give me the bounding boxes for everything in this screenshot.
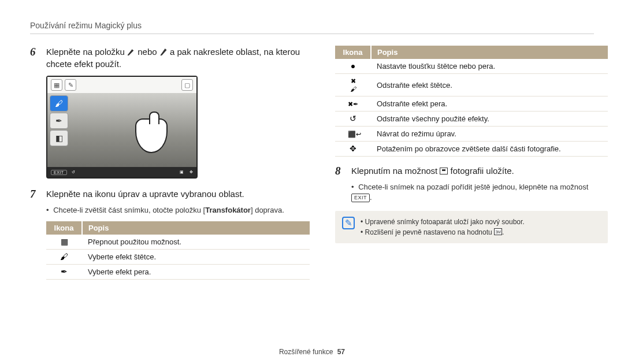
illustration-bottombar: EXIT ↺ ▣ ✥ [47,167,196,177]
table1-row0-text: Přepnout použitou možnost. [82,235,310,250]
illustration-topbar: ▦ ✎ ▢ [47,77,196,93]
screen-illustration: ▦ ✎ ▢ 🖌 ✒ ◧ EXIT ↺ ▣ ✥ [46,76,198,179]
table2-row3-text: Odstraňte všechny použité efekty. [371,112,608,127]
table-row: ✥ Potažením po obrazovce zvětšete další … [335,142,608,157]
table1-row2-text: Vyberte efekt pera. [82,265,310,280]
pan-icon: ✥ [348,144,358,153]
step-6-text-a: Klepněte na položku [46,47,125,57]
step-6: 6 Klepněte na položku nebo a pak nakresl… [30,46,310,70]
undo-all-icon: ↺ [348,114,358,122]
step-7-text: Klepněte na ikonu úprav a upravte vybran… [46,188,244,200]
move-icon: ✥ [190,170,193,174]
brush-icon [127,49,135,55]
brush-tool-icon: 🖌 [50,95,68,112]
remove-pen-icon: ✖✒ [348,100,358,108]
table2-row5-text: Potažením po obrazovce zvětšete další čá… [371,142,608,157]
preview-icon: ▢ [181,79,193,91]
table2-row1-text: Odstraňte efekt štětce. [371,74,608,96]
note-box: ✎ Upravené snímky fotoaparát uloží jako … [335,211,608,243]
thickness-icon: ● [348,62,358,70]
right-column: Ikona Popis ● Nastavte tloušťku štětce n… [335,46,608,280]
page-footer: Rozšířené funkce 57 [0,348,624,356]
icon-table-1: Ikona Popis ▦ Přepnout použitou možnost.… [46,221,310,280]
bullet8-text: Chcete-li snímek na pozadí pořídit ještě… [358,183,588,191]
header-divider [30,34,594,34]
table-row: ✖🖌 Odstraňte efekt štětce. [335,74,608,96]
switch-mode-icon: ▦ [51,79,62,91]
bullet7-b: ] doprava. [251,206,284,214]
step-6-number: 6 [30,46,40,70]
save-icon: ▣ [180,170,184,174]
resolution-icon [494,228,502,235]
table1-header-icon: Ikona [46,221,82,235]
pen-tool-icon: ✒ [50,113,68,129]
step-6-text-b: nebo [138,47,157,57]
step-7: 7 Klepněte na ikonu úprav a upravte vybr… [30,188,310,200]
table-row: ● Nastavte tloušťku štětce nebo pera. [335,59,608,74]
table2-header-icon: Ikona [335,46,371,59]
illustration-scene [47,93,196,167]
pen-icon [159,49,168,55]
step-8-bullet: • Chcete-li snímek na pozadí pořídit ješ… [351,182,608,203]
step-8-number: 8 [335,165,346,177]
step-7-number: 7 [30,188,40,200]
return-edit-icon: ⬛↩ [348,130,358,138]
save-icon [440,168,448,174]
step-7-bullet: • Chcete-li zvětšit část snímku, otočte … [46,205,310,216]
bullet7-strong: Transfokátor [205,206,251,214]
edit-icon: ✎ [65,79,76,91]
illustration-sidebar: 🖌 ✒ ◧ [50,95,68,146]
bullet7-a: Chcete-li zvětšit část snímku, otočte po… [53,206,205,214]
undo-icon: ↺ [72,170,75,174]
note-icon: ✎ [342,217,355,229]
page-header: Používání režimu Magický plus [30,21,594,30]
eraser-tool-icon: ◧ [50,130,68,146]
table-row: 🖌 Vyberte efekt štětce. [46,250,310,265]
table2-row0-text: Nastavte tloušťku štětce nebo pera. [371,59,608,74]
exit-button-label: EXIT [351,194,370,202]
table1-row1-text: Vyberte efekt štětce. [82,250,310,265]
table-row: ▦ Přepnout použitou možnost. [46,235,310,250]
table-row: ⬛↩ Návrat do režimu úprav. [335,127,608,142]
step-8-text: Klepnutím na možnost fotografii uložíte. [351,165,514,177]
icon-table-2: Ikona Popis ● Nastavte tloušťku štětce n… [335,46,608,157]
note-line-2a: Rozlišení je pevně nastaveno na hodnotu [365,228,492,236]
step-8-text-a: Klepnutím na možnost [351,166,437,176]
footer-section: Rozšířené funkce [279,348,333,356]
note-line-1: Upravené snímky fotoaparát uloží jako no… [361,217,525,227]
left-column: 6 Klepněte na položku nebo a pak nakresl… [30,46,310,280]
table-row: ✖✒ Odstraňte efekt pera. [335,96,608,112]
brush-icon: 🖌 [59,252,69,261]
footer-page-number: 57 [337,348,345,356]
note-line-2: Rozlišení je pevně nastaveno na hodnotu … [361,227,525,237]
table-row: ↺ Odstraňte všechny použité efekty. [335,112,608,127]
remove-brush-icon: ✖🖌 [348,77,358,85]
bullet8-tail: . [370,193,372,202]
table1-header-desc: Popis [82,221,310,235]
table2-row2-text: Odstraňte efekt pera. [371,96,608,112]
note-list: Upravené snímky fotoaparát uloží jako no… [361,217,525,237]
step-6-text: Klepněte na položku nebo a pak nakreslet… [46,46,310,70]
content-columns: 6 Klepněte na položku nebo a pak nakresl… [30,46,594,280]
illustration-canvas [47,93,196,167]
step-8-text-b: fotografii uložíte. [451,166,514,176]
table2-row4-text: Návrat do režimu úprav. [371,127,608,142]
pen-icon: ✒ [59,268,69,276]
note-line-2b: . [502,228,504,236]
table2-header-desc: Popis [371,46,608,59]
illustration-exit-button: EXIT [51,170,67,175]
table-row: ✒ Vyberte efekt pera. [46,265,310,280]
step-8: 8 Klepnutím na možnost fotografii uložít… [335,165,608,177]
switch-icon: ▦ [59,237,69,246]
